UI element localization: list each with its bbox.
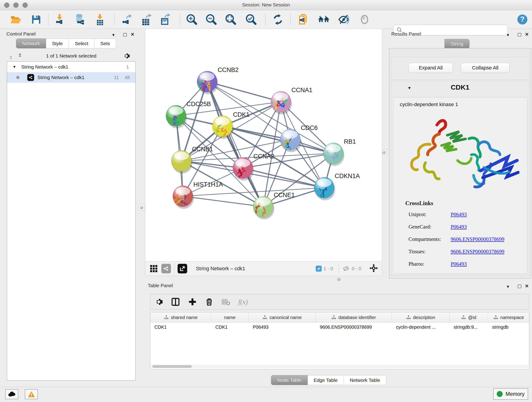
tree-expander-icon[interactable]: ▼ [13,65,16,69]
gene-symbol: CDK1 [391,83,529,91]
application-window: Session: New Session [0,0,532,402]
crosslink-link[interactable]: 9606.ENSP00000378699 [451,236,505,242]
panel-maximize-icon[interactable]: ▢ [517,32,522,37]
column-header-canonical-name[interactable]: canonical name [249,313,316,322]
node-label: CCNE1 [274,191,295,198]
panel-close-icon[interactable]: ✕ [525,284,529,288]
expand-all-button[interactable]: Expand All [409,63,453,73]
network-edges [176,82,333,207]
memory-status-dot [497,391,503,397]
add-column-icon[interactable] [188,297,197,306]
gear-icon[interactable] [123,52,130,60]
splitter-handle-bottom[interactable] [336,276,342,282]
memory-button[interactable]: Memory [493,388,528,400]
help-icon[interactable]: ? [516,13,529,26]
columns-icon[interactable] [171,297,180,306]
cloud-button[interactable] [5,389,18,399]
node-label: RB1 [344,138,356,145]
cell-shared-name[interactable]: CDK1 [150,322,211,332]
warning-button[interactable] [25,389,38,399]
panel-close-icon[interactable]: ✕ [131,32,134,37]
network-collection-row[interactable]: ▼ String Network – cdk1 1 [7,62,135,72]
tab-select[interactable]: Select [69,38,94,48]
crosslink-link[interactable]: P06493 [451,211,467,217]
function-builder-icon[interactable]: f(x) [238,298,248,306]
cell-database-identifier[interactable]: 9606.ENSP00000378699 [316,322,392,332]
cell--id[interactable]: stringdb:9... [450,322,488,332]
tab-style[interactable]: Style [46,38,69,48]
birds-eye-toggle-icon[interactable] [369,264,378,274]
node-HIST1H1A[interactable]: HIST1H1A [173,181,223,209]
panel-float-icon[interactable]: ▾ [507,32,509,37]
node-RB1[interactable]: RB1 [323,138,356,166]
node-table[interactable]: shared namenamecanonical namedatabase id… [150,312,529,370]
node-CDKN1A[interactable]: CDKN1A [314,172,360,203]
panel-close-icon[interactable]: ✕ [525,32,529,37]
zoom-fit-icon[interactable] [224,13,237,26]
crosslink-row: GeneCard:P06493 [393,221,527,234]
tab-edge-table[interactable]: Edge Table [308,375,344,385]
scrollbar-thumb[interactable] [152,365,192,368]
open-folder-icon[interactable] [9,13,22,26]
share-view-icon[interactable] [161,264,171,274]
gear-icon[interactable] [154,298,163,306]
horizontal-scrollbar[interactable] [151,365,529,368]
edge-HIST1H1A-CCNE1[interactable] [183,196,263,207]
grid-view-icon[interactable] [149,264,158,274]
tab-sets[interactable]: Sets [94,38,116,48]
export-network-icon[interactable] [120,13,133,26]
tab-node-table[interactable]: Node Table [271,375,308,385]
column-header-namespace[interactable]: namespace [488,313,529,322]
eye-hidden-icon[interactable] [337,13,350,26]
splitter-handle-left[interactable] [138,204,144,211]
import-network-icon[interactable] [53,13,66,26]
column-label: description [413,315,435,320]
crosslink-link[interactable]: 9606.ENSP00000378699 [451,249,505,255]
network-canvas[interactable]: CCNB2CCNA1CDC25BCDK1CDC6RB1CCNB1CCNA2CDK… [145,29,382,261]
cell-canonical-name[interactable]: P06493 [249,322,316,332]
delete-column-icon[interactable] [205,298,214,306]
home-pair-icon[interactable] [317,13,330,26]
cell-name[interactable]: CDK1 [211,322,249,332]
neighbors-document-icon[interactable] [297,13,310,26]
tab-network[interactable]: Network [16,38,46,48]
column-header-shared-name[interactable]: shared name [150,313,211,322]
crosslink-label: Pharos: [409,261,424,267]
cell-description[interactable]: cyclin-dependent ... [392,322,450,332]
panel-maximize-icon[interactable]: ▢ [517,284,522,288]
detach-view-icon[interactable] [177,264,187,274]
edge-CCNB2-CCNA1[interactable] [207,82,281,102]
edge-CCNB2-CCNE1[interactable] [207,82,263,207]
column-header--id[interactable]: @id [450,313,488,322]
delete-table-icon[interactable] [221,297,230,306]
zoom-out-icon[interactable] [205,13,218,26]
selected-checkbox-icon[interactable] [316,266,322,272]
export-table-icon[interactable] [139,13,152,26]
tab-string[interactable]: String [444,39,469,49]
export-image-icon[interactable] [159,13,172,26]
panel-maximize-icon[interactable]: ▢ [123,32,127,37]
node-CCNA1[interactable]: CCNA1 [271,87,312,114]
tab-network-table[interactable]: Network Table [344,375,386,385]
panel-float-icon[interactable]: ▾ [507,284,509,289]
network-row-selected[interactable]: String Network – cdk1 11 48 [7,72,135,83]
import-table-icon[interactable] [94,13,106,26]
crosslink-link[interactable]: P06493 [451,224,467,230]
column-header-name[interactable]: name [211,313,249,322]
node-CDK1[interactable]: CDK1 [212,111,249,142]
refresh-icon[interactable] [272,13,284,26]
collapse-all-button[interactable]: Collapse All [461,63,510,73]
zoom-selected-icon[interactable] [245,13,258,26]
node-CCNB2[interactable]: CCNB2 [197,66,239,94]
column-header-database-identifier[interactable]: database identifier [316,313,392,322]
eye-icon[interactable] [358,13,371,26]
save-floppy-icon[interactable] [30,13,43,26]
hidden-eye-icon[interactable] [342,265,350,272]
zoom-in-icon[interactable] [185,13,198,26]
crosslink-link[interactable]: P06493 [451,261,467,267]
node-CCNE1[interactable]: CCNE1 [253,191,295,219]
import-database-icon[interactable] [73,13,86,26]
cell-namespace[interactable]: stringdb [488,322,529,332]
panel-float-icon[interactable]: ▾ [112,32,114,37]
column-header-description[interactable]: description [392,313,450,322]
